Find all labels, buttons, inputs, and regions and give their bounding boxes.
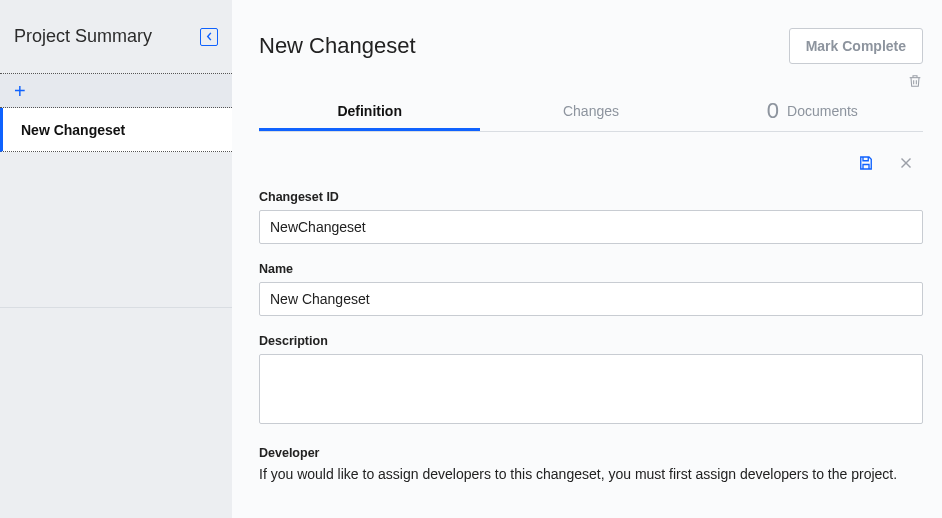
documents-count: 0 — [767, 98, 779, 124]
page-header: New Changeset Mark Complete — [259, 0, 923, 64]
tab-documents[interactable]: 0 Documents — [702, 94, 923, 131]
add-changeset-button[interactable]: + — [0, 74, 232, 108]
field-name: Name — [259, 262, 923, 316]
developer-helper-text: If you would like to assign developers t… — [259, 466, 923, 482]
tab-definition[interactable]: Definition — [259, 94, 480, 131]
tab-label: Changes — [563, 103, 619, 119]
sidebar: Project Summary + New Changeset — [0, 0, 232, 308]
plus-icon: + — [14, 81, 26, 101]
save-icon[interactable] — [857, 154, 875, 172]
sidebar-item-new-changeset[interactable]: New Changeset — [0, 108, 232, 152]
description-label: Description — [259, 334, 923, 348]
delete-icon[interactable] — [907, 72, 923, 90]
description-input[interactable] — [259, 354, 923, 424]
action-row — [259, 132, 923, 180]
name-input[interactable] — [259, 282, 923, 316]
sidebar-header: Project Summary — [0, 0, 232, 74]
field-description: Description — [259, 334, 923, 428]
sidebar-title: Project Summary — [14, 26, 152, 47]
field-changeset-id: Changeset ID — [259, 190, 923, 244]
changeset-id-input[interactable] — [259, 210, 923, 244]
developer-label: Developer — [259, 446, 923, 460]
definition-form: Changeset ID Name Description Developer … — [259, 180, 923, 482]
tab-label: Documents — [787, 103, 858, 119]
main: New Changeset Mark Complete Definition C… — [232, 0, 942, 518]
collapse-sidebar-icon[interactable] — [200, 28, 218, 46]
close-icon[interactable] — [897, 154, 915, 172]
name-label: Name — [259, 262, 923, 276]
tab-label: Definition — [337, 103, 402, 119]
sidebar-item-label: New Changeset — [21, 122, 125, 138]
field-developer: Developer If you would like to assign de… — [259, 446, 923, 482]
changeset-id-label: Changeset ID — [259, 190, 923, 204]
page-title: New Changeset — [259, 33, 416, 59]
tabs: Definition Changes 0 Documents — [259, 94, 923, 132]
mark-complete-button[interactable]: Mark Complete — [789, 28, 923, 64]
tab-changes[interactable]: Changes — [480, 94, 701, 131]
